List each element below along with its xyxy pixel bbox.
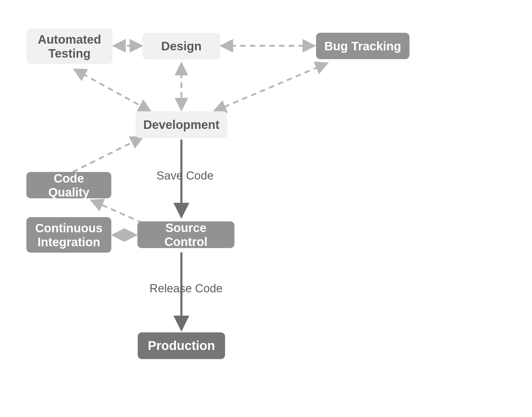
node-label: Source Control bbox=[145, 221, 227, 249]
node-label: Design bbox=[161, 39, 201, 53]
node-development: Development bbox=[136, 111, 227, 138]
node-design: Design bbox=[143, 33, 220, 59]
node-automated-testing: AutomatedTesting bbox=[26, 29, 113, 64]
diagram-canvas: AutomatedTesting Design Bug Tracking Dev… bbox=[0, 0, 532, 417]
node-label: Development bbox=[143, 118, 219, 132]
node-code-quality: Code Quality bbox=[26, 172, 111, 198]
node-label: Production bbox=[148, 338, 215, 353]
node-bug-tracking: Bug Tracking bbox=[316, 33, 409, 59]
node-production: Production bbox=[138, 332, 225, 359]
node-label: Bug Tracking bbox=[324, 39, 401, 53]
node-label: Code Quality bbox=[34, 171, 104, 199]
edge-bug-tracking-development bbox=[214, 63, 328, 111]
node-label: AutomatedTesting bbox=[38, 32, 101, 60]
node-label: ContinuousIntegration bbox=[35, 221, 103, 249]
edge-label-release-code: Release Code bbox=[150, 282, 223, 295]
edge-label-save-code: Save Code bbox=[157, 169, 214, 182]
edge-code-quality-development bbox=[73, 137, 143, 172]
node-continuous-integration: ContinuousIntegration bbox=[26, 217, 111, 253]
edge-automated-testing-development bbox=[74, 69, 151, 111]
node-source-control: Source Control bbox=[137, 221, 234, 248]
